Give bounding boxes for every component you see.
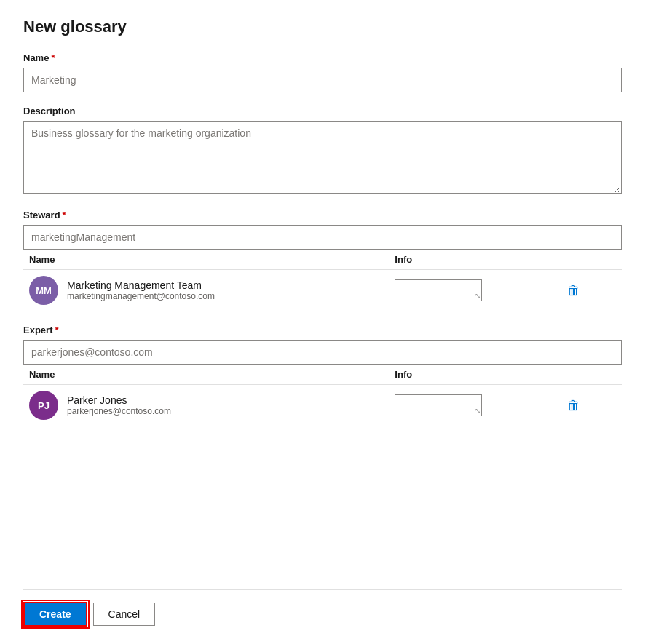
form-footer: Create Cancel xyxy=(23,589,622,644)
name-label: Name* xyxy=(23,52,622,63)
steward-label: Steward* xyxy=(23,210,622,220)
steward-info-input-wrapper xyxy=(395,279,482,301)
name-required-star: * xyxy=(51,52,55,63)
name-input[interactable] xyxy=(23,68,622,92)
expert-delete-icon[interactable]: 🗑 xyxy=(561,395,586,416)
steward-delete-icon[interactable]: 🗑 xyxy=(561,280,586,301)
steward-input[interactable] xyxy=(23,225,622,250)
expert-field-group: Expert* Name Info PJ xyxy=(23,325,622,426)
expert-row: PJ Parker Jones parkerjones@contoso.com xyxy=(23,385,622,426)
steward-table: Name Info MM Marketing Management Team xyxy=(23,250,622,311)
expert-name-cell: PJ Parker Jones parkerjones@contoso.com xyxy=(23,385,389,426)
panel-title: New glossary xyxy=(23,17,622,36)
expert-avatar: PJ xyxy=(29,391,58,420)
expert-full-name: Parker Jones xyxy=(67,394,171,406)
description-field-group: Description Business glossary for the ma… xyxy=(23,106,622,196)
steward-full-name: Marketing Management Team xyxy=(67,279,215,291)
steward-field-group: Steward* Name Info MM xyxy=(23,210,622,311)
steward-row: MM Marketing Management Team marketingma… xyxy=(23,270,622,311)
expert-email: parkerjones@contoso.com xyxy=(67,406,171,416)
expert-label: Expert* xyxy=(23,325,622,335)
expert-info-col-header: Info xyxy=(389,365,555,385)
expert-action-cell: 🗑 xyxy=(555,385,622,426)
expert-action-col-header xyxy=(555,365,622,385)
steward-email: marketingmanagement@contoso.com xyxy=(67,291,215,301)
description-label: Description xyxy=(23,106,622,116)
description-textarea[interactable]: Business glossary for the marketing orga… xyxy=(23,121,622,194)
name-field-group: Name* xyxy=(23,52,622,92)
steward-person-info: MM Marketing Management Team marketingma… xyxy=(29,276,383,305)
steward-action-cell: 🗑 xyxy=(555,270,622,311)
steward-action-col-header xyxy=(555,250,622,270)
steward-avatar-initials: MM xyxy=(36,285,52,296)
expert-info-input-wrapper xyxy=(395,394,482,416)
steward-name-col-header: Name xyxy=(23,250,389,270)
expert-info-cell xyxy=(389,385,555,426)
expert-input[interactable] xyxy=(23,340,622,365)
steward-avatar: MM xyxy=(29,276,58,305)
expert-table: Name Info PJ Parker Jones park xyxy=(23,365,622,426)
create-button[interactable]: Create xyxy=(23,602,87,627)
cancel-button[interactable]: Cancel xyxy=(93,603,156,626)
expert-name-col-header: Name xyxy=(23,365,389,385)
steward-name-cell: MM Marketing Management Team marketingma… xyxy=(23,270,389,311)
steward-person-details: Marketing Management Team marketingmanag… xyxy=(67,279,215,301)
new-glossary-panel: New glossary Name* Description Business … xyxy=(0,0,645,644)
expert-person-info: PJ Parker Jones parkerjones@contoso.com xyxy=(29,391,383,420)
expert-person-details: Parker Jones parkerjones@contoso.com xyxy=(67,394,171,416)
steward-info-cell xyxy=(389,270,555,311)
steward-required-star: * xyxy=(63,210,66,220)
expert-avatar-initials: PJ xyxy=(38,400,50,411)
steward-info-col-header: Info xyxy=(389,250,555,270)
expert-required-star: * xyxy=(55,325,58,335)
steward-info-input[interactable] xyxy=(395,279,482,301)
expert-info-input[interactable] xyxy=(395,394,482,416)
